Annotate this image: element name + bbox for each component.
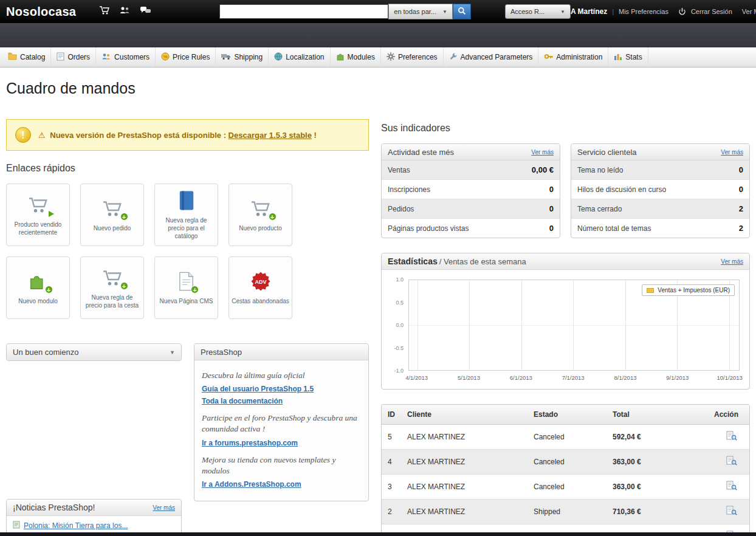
x-tick: 7/1/2013 [562, 374, 585, 381]
good-start-title: Un buen comienzo [13, 348, 78, 357]
y-tick: 1.0 [396, 277, 404, 283]
indicator-row: Tema cerrado 2 [571, 199, 749, 218]
search-scope-dropdown[interactable]: en todas par... ▼ [388, 4, 453, 19]
indicators-title: Sus indicadores [381, 123, 750, 134]
topbar-icons [99, 5, 151, 18]
quick-access-dropdown[interactable]: Acceso R... ▼ [505, 4, 571, 19]
documentation-link[interactable]: Toda la documentación [202, 397, 361, 405]
chart-x-axis: 4/1/2013 5/1/2013 6/1/2013 7/1/2013 8/1/… [408, 371, 740, 383]
tab-administration[interactable]: Administration [538, 47, 608, 67]
my-preferences-link[interactable]: Mis Preferencias [619, 8, 668, 15]
activity-more-link[interactable]: Ver más [531, 149, 554, 156]
order-total: 363,00 € [607, 475, 701, 500]
customers-icon[interactable] [119, 5, 131, 18]
prestashop-header: PrestaShop [194, 344, 368, 360]
quick-link-new-cms-page[interactable]: + Nueva Página CMS [154, 256, 218, 319]
power-icon [678, 8, 686, 16]
view-order-icon[interactable] [701, 475, 749, 500]
truck-icon [221, 53, 231, 62]
user-guide-link[interactable]: Guía del usuario PrestaShop 1.5 [202, 385, 361, 393]
order-status: Canceled [527, 425, 607, 450]
indicator-label: Tema no leído [577, 166, 623, 174]
cart-plus-icon: + [101, 267, 124, 289]
messages-icon[interactable] [140, 5, 151, 18]
table-row[interactable]: 2 ALEX MARTINEZ Shipped 710,36 € [382, 500, 749, 524]
quick-link-new-order[interactable]: + Nuevo pedido [80, 184, 144, 246]
order-total: 592,04 € [607, 425, 701, 450]
quick-link-new-module[interactable]: + Nuevo modulo [6, 256, 70, 319]
tab-label: Catalog [20, 53, 45, 61]
gridline [521, 280, 522, 370]
main-content: Cuadro de mandos ! ⚠ Nueva versión de Pr… [0, 80, 756, 536]
addons-link[interactable]: Ir a Addons.PrestaShop.com [202, 480, 361, 489]
forums-link[interactable]: Ir a forums.prestashop.com [202, 439, 361, 447]
quick-link-new-product[interactable]: + Nuevo producto [229, 184, 292, 246]
key-icon [544, 52, 553, 63]
order-customer: ALEX MARTINEZ [401, 425, 527, 450]
cart-icon[interactable] [99, 5, 110, 18]
tab-customers[interactable]: Customers [96, 47, 156, 67]
activity-panel: Actividad este més Ver más Ventas 0,00 €… [381, 143, 560, 238]
customer-service-more-link[interactable]: Ver más [721, 149, 743, 156]
header-cliente: Cliente [401, 405, 527, 425]
chevron-down-icon[interactable]: ▼ [170, 349, 175, 356]
legend-label: Ventas + Impuestos (EUR) [658, 287, 730, 294]
indicator-row: Inscripciones 0 [382, 179, 560, 199]
notice-suffix: ! [314, 131, 317, 140]
order-customer: ALEX MARTINEZ [401, 450, 527, 475]
note-icon [57, 52, 64, 63]
search-button[interactable] [453, 4, 471, 19]
order-id: 3 [382, 475, 401, 500]
prestashop-admin-dashboard: Nosolocasa en todas par... ▼ Acceso R...… [0, 0, 756, 536]
stats-more-link[interactable]: Ver más [721, 258, 743, 265]
news-item-link[interactable]: Polonia: Misión Tierra para los... [24, 521, 128, 530]
stats-subtitle: / Ventas de esta semana [439, 257, 526, 266]
tab-stats[interactable]: Stats [608, 47, 648, 67]
prestashop-text: Participe en el foro PrestaShop y descub… [202, 413, 361, 435]
indicator-label: Ventas [388, 166, 410, 174]
tab-label: Stats [625, 53, 642, 61]
x-tick: 8/1/2013 [614, 374, 636, 381]
quick-link-new-catalog-price-rule[interactable]: Nueva regla de precio para el catálogo [154, 184, 218, 246]
tab-price-rules[interactable]: % Price Rules [156, 47, 216, 67]
tab-preferences[interactable]: Preferences [381, 47, 444, 67]
header-accion: Acción [701, 405, 749, 425]
indicator-value: 0 [549, 224, 554, 233]
shop-logo[interactable]: Nosolocasa [6, 5, 76, 19]
view-order-icon[interactable] [701, 450, 749, 475]
order-status: Canceled [527, 475, 607, 500]
quick-link-recent-product[interactable]: Producto vendido recientemente [6, 184, 70, 246]
tab-advanced-parameters[interactable]: Advanced Parameters [444, 47, 539, 67]
order-id: 4 [382, 450, 401, 475]
tab-modules[interactable]: Modules [331, 47, 381, 67]
x-tick: 10/1/2013 [717, 374, 743, 381]
view-order-icon[interactable] [701, 500, 749, 524]
tab-shipping[interactable]: Shipping [216, 47, 269, 67]
tab-localization[interactable]: Localization [269, 47, 330, 67]
prestashop-panel: PrestaShop Descubra la última guía ofici… [194, 343, 369, 501]
top-bar: Nosolocasa en todas par... ▼ Acceso R...… [0, 0, 756, 23]
x-tick: 5/1/2013 [458, 374, 480, 381]
footer-strip [0, 532, 756, 536]
topbar-user-area: A Martínez | Mis Preferencias Cerrar Ses… [571, 7, 756, 16]
indicator-label: Páginas productos vistas [388, 224, 469, 233]
quick-link-abandoned-carts[interactable]: ADV Cestas abandonadas [229, 256, 292, 319]
logout-link[interactable]: Cerrar Sesión [691, 8, 732, 15]
user-name[interactable]: A Martínez [571, 7, 607, 16]
activity-header: Actividad este més Ver más [382, 144, 560, 160]
indicator-row: Hilos de discusión en curso 0 [571, 179, 749, 199]
tab-orders[interactable]: Orders [51, 47, 96, 67]
quick-link-new-cart-price-rule[interactable]: + Nueva regla de precio para la cesta [80, 256, 144, 319]
download-update-link[interactable]: Descargar 1.5.3 stable [229, 131, 312, 140]
news-more-link[interactable]: Ver más [153, 504, 175, 511]
table-row[interactable]: 4 ALEX MARTINEZ Canceled 363,00 € [382, 450, 749, 475]
table-row[interactable]: 5 ALEX MARTINEZ Canceled 592,04 € [382, 425, 749, 450]
search-input[interactable] [219, 4, 388, 19]
indicator-value: 0 [739, 185, 743, 194]
good-start-header[interactable]: Un buen comienzo ▼ [7, 344, 181, 360]
table-row[interactable]: 3 ALEX MARTINEZ Canceled 363,00 € [382, 475, 749, 500]
tab-catalog[interactable]: Catalog [2, 47, 51, 67]
tab-label: Customers [114, 53, 149, 61]
view-order-icon[interactable] [701, 425, 749, 450]
view-shop-link[interactable]: Ver Mi Tienda [742, 8, 756, 15]
